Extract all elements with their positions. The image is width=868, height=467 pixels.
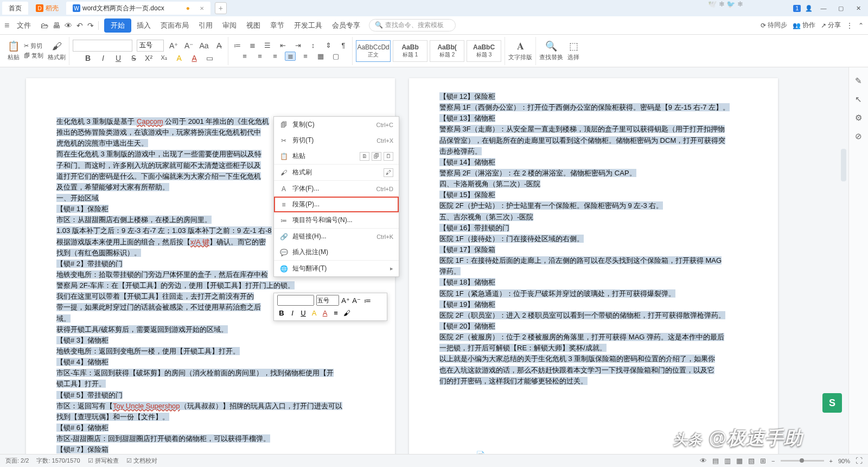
status-compare[interactable]: ☑ 文档校对	[126, 457, 157, 465]
select-icon[interactable]: ⬚	[569, 40, 578, 52]
view-page-icon[interactable]: ▥	[724, 457, 731, 465]
clear-format-icon[interactable]: A̶	[214, 41, 225, 50]
side-cursor-icon[interactable]: ↖	[855, 94, 862, 104]
assistant-badge[interactable]: S	[822, 393, 842, 413]
sync-button[interactable]: ⟳ 待同步	[761, 21, 787, 30]
mini-align-icon[interactable]: ≡	[331, 309, 340, 317]
ctx-copy[interactable]: 🗐复制(C)Ctrl+C	[274, 117, 399, 132]
tab-home[interactable]: 首页	[2, 2, 28, 15]
ctx-cut[interactable]: ✂剪切(T)Ctrl+X	[274, 132, 399, 148]
font-color-icon[interactable]: A	[189, 54, 200, 62]
copy-button[interactable]: 🗐 复制	[24, 52, 43, 60]
painter-icon[interactable]: 🖌	[52, 41, 62, 52]
bold-icon[interactable]: B	[82, 54, 93, 62]
multilevel-icon[interactable]: ☰	[262, 41, 273, 49]
shading-icon[interactable]: ▦	[315, 52, 326, 60]
maximize-button[interactable]: ▢	[834, 2, 847, 14]
menu-insert[interactable]: 插入	[132, 18, 155, 33]
menu-start[interactable]: 开始	[104, 18, 131, 33]
mini-fontcolor-icon[interactable]: A	[321, 309, 329, 317]
menu-references[interactable]: 引用	[194, 18, 217, 33]
notification-badge[interactable]: 1	[793, 5, 801, 12]
menu-view[interactable]: 视图	[242, 18, 265, 33]
open-icon[interactable]: 🗁	[41, 21, 48, 30]
close-tab-icon[interactable]: ✕	[200, 5, 204, 11]
strike-icon[interactable]: S̶	[128, 54, 139, 62]
status-page[interactable]: 页面: 2/2	[5, 457, 29, 465]
ctx-bullets[interactable]: ≔项目符号和编号(N)...	[274, 212, 399, 228]
paste-opt3-icon[interactable]: 🗒	[384, 152, 393, 161]
side-help-icon[interactable]: ⊘	[855, 131, 862, 141]
page-break-icon[interactable]: 📄	[476, 451, 485, 454]
status-spellcheck[interactable]: ☑ 拼写检查	[88, 457, 119, 465]
superscript-icon[interactable]: X²	[143, 54, 154, 62]
font-size-select[interactable]	[137, 40, 164, 52]
italic-icon[interactable]: I	[98, 54, 108, 62]
ctx-comment[interactable]: 💬插入批注(M)	[274, 244, 399, 260]
ctx-translate[interactable]: 🌐短句翻译(T)▸	[274, 260, 399, 276]
print-icon[interactable]: 🖶	[53, 21, 60, 30]
align-right-icon[interactable]: ≡	[270, 52, 280, 60]
side-pencil-icon[interactable]: ✎	[855, 76, 862, 86]
preview-icon[interactable]: 👁	[65, 21, 72, 30]
ctx-paragraph[interactable]: ≡段落(P)...	[274, 197, 399, 212]
close-window-button[interactable]: ✕	[852, 2, 865, 14]
indent-right-icon[interactable]: ⇥	[292, 41, 303, 49]
distribute-icon[interactable]: ≡	[300, 52, 311, 60]
document-canvas[interactable]: 生化危机 3 重制版是基于 Capcom 公司于 2001 年推出的《生化危机 …	[0, 67, 868, 454]
indent-left-icon[interactable]: ⇤	[277, 41, 288, 49]
ctx-font[interactable]: A字体(F)...Ctrl+D	[274, 180, 399, 197]
grow-font-icon[interactable]: A⁺	[168, 41, 179, 50]
new-tab-button[interactable]: +	[215, 2, 227, 14]
tab-daoker[interactable]: D稻壳	[29, 2, 65, 15]
ctx-painter[interactable]: 🖌格式刷🖍	[274, 164, 399, 180]
align-left-icon[interactable]: ≡	[239, 52, 250, 60]
mini-list-icon[interactable]: ≔	[363, 296, 372, 305]
view-web-icon[interactable]: ▦	[736, 457, 743, 465]
change-case-icon[interactable]: Aa	[199, 41, 209, 50]
share-button[interactable]: ↗ 分享	[821, 21, 841, 30]
paste-icon[interactable]: 📋	[8, 40, 20, 52]
zoom-out-button[interactable]: −	[771, 458, 775, 464]
view-eye-icon[interactable]: 👁	[700, 457, 707, 465]
font-name-select[interactable]	[73, 40, 132, 52]
align-center-icon[interactable]: ≡	[254, 52, 265, 60]
undo-icon[interactable]: ↶	[76, 21, 83, 30]
side-settings-icon[interactable]: ⚙	[855, 113, 862, 123]
find-icon[interactable]: 🔍	[545, 40, 557, 52]
menu-file[interactable]: 文件	[12, 18, 35, 33]
mini-highlight-icon[interactable]: A	[310, 309, 318, 317]
mini-bold-icon[interactable]: B	[277, 309, 286, 317]
mini-painter-icon[interactable]: 🖌	[342, 309, 351, 317]
menu-review[interactable]: 审阅	[218, 18, 241, 33]
ctx-paste[interactable]: 📋粘贴🗎🗐🗒	[274, 148, 399, 164]
menu-pagelayout[interactable]: 页面布局	[156, 18, 193, 33]
menu-dev[interactable]: 开发工具	[290, 18, 327, 33]
align-justify-icon[interactable]: ≣	[285, 52, 296, 61]
linespace-icon[interactable]: ⇕	[323, 41, 334, 49]
bullets-icon[interactable]: ≔	[232, 41, 242, 49]
menu-vip[interactable]: 会员专享	[328, 18, 365, 33]
highlight-icon[interactable]: A	[174, 54, 184, 62]
border-icon[interactable]: ▭	[204, 54, 215, 62]
paste-opt1-icon[interactable]: 🗎	[360, 152, 369, 161]
fullscreen-icon[interactable]: ⛶	[856, 457, 863, 465]
subscript-icon[interactable]: X₂	[158, 54, 169, 61]
mini-grow-icon[interactable]: A⁺	[341, 296, 350, 305]
hamburger-icon[interactable]: ≡	[4, 21, 9, 30]
sort-icon[interactable]: ↕	[308, 41, 318, 49]
zoom-in-button[interactable]: +	[829, 458, 833, 464]
mini-shrink-icon[interactable]: A⁻	[352, 296, 361, 305]
avatar-icon[interactable]: 👤	[805, 5, 813, 12]
redo-icon[interactable]: ↷	[87, 21, 94, 30]
numbering-icon[interactable]: ≣	[247, 41, 258, 49]
paste-opt2-icon[interactable]: 🗐	[372, 152, 381, 161]
collapse-ribbon-icon[interactable]: ⌃	[858, 21, 864, 30]
minimize-button[interactable]: —	[817, 2, 830, 14]
more-icon[interactable]: ⋮	[846, 21, 853, 30]
mini-underline-icon[interactable]: U	[299, 309, 308, 317]
page-2[interactable]: 【锁# 12】保险柜 警察局 1F（西侧办公室）：打开位于西侧办公室的保险柜获得…	[409, 78, 778, 454]
borders-icon[interactable]: ▢	[330, 52, 341, 60]
zoom-slider[interactable]	[781, 460, 824, 462]
mini-font-name[interactable]	[277, 295, 314, 306]
